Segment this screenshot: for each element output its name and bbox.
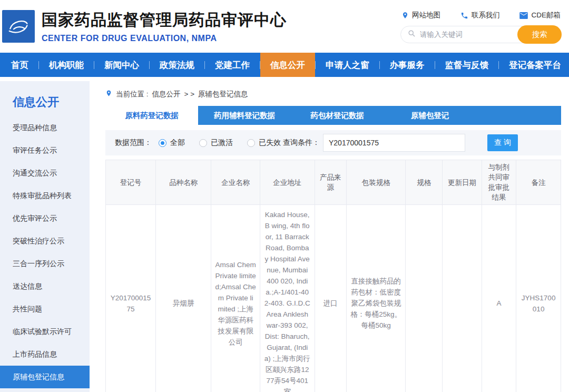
breadcrumb-separator: > >: [184, 90, 195, 98]
query-label: 查询条件：: [283, 138, 320, 148]
tab-api-registration[interactable]: 原料药登记数据: [105, 106, 198, 125]
phone-icon: [460, 12, 468, 19]
cde-logo-icon: [2, 10, 35, 43]
nav-item-news-center[interactable]: 新闻中心: [94, 53, 149, 77]
content: 当前位置 : 信息公开 > > 原辅包登记信息 原料药登记数据 药用辅料登记数据…: [90, 81, 569, 392]
radio-activated-label: 已激活: [211, 138, 233, 148]
table-header-row: 登记号 品种名称 企业名称 企业地址 产品来源 包装规格 规格 更新日期 与制剂…: [106, 160, 561, 205]
col-update-date: 更新日期: [443, 160, 482, 205]
col-joint-review-result: 与制剂共同审批审批结果: [482, 160, 516, 205]
main-nav: 首页 机构职能 新闻中心 政策法规 党建工作 信息公开 申请人之窗 办事服务 监…: [0, 53, 569, 77]
site-title: 国家药品监督管理局药品审评中心: [42, 9, 287, 31]
sitemap-link-label: 网站地图: [412, 11, 440, 20]
cell-variety-name: 异烟肼: [156, 205, 211, 392]
location-pin-icon: [105, 89, 112, 99]
sidebar-item-marketed-drugs[interactable]: 上市药品信息: [0, 343, 90, 366]
radio-selected-icon: [159, 139, 166, 147]
sidebar-item-special-approval-list[interactable]: 特殊审批品种列表: [0, 184, 90, 207]
search-button[interactable]: 搜索: [517, 25, 562, 44]
brand: 国家药品监督管理局药品审评中心 CENTER FOR DRUG EVALUATI…: [2, 9, 287, 43]
breadcrumb-section[interactable]: 信息公开: [152, 90, 181, 99]
sidebar-item-three-in-one[interactable]: 三合一序列公示: [0, 252, 90, 275]
nav-item-functions[interactable]: 机构职能: [39, 53, 94, 77]
nav-item-home[interactable]: 首页: [1, 53, 38, 77]
radio-activated[interactable]: 已激活: [199, 138, 233, 148]
tab-packaging-registration[interactable]: 药包材登记数据: [291, 106, 384, 125]
nav-item-applicant-window[interactable]: 申请人之窗: [316, 53, 379, 77]
cell-spec: [406, 205, 443, 392]
sidebar-item-accepted-varieties[interactable]: 受理品种信息: [0, 116, 90, 139]
scope-radio-group: 全部 已激活 已失效: [159, 138, 281, 148]
cell-company-address: Kakad House, B wing, 4th floor, 11 Barra…: [260, 205, 315, 392]
radio-expired-label: 已失效: [259, 138, 281, 148]
table-row: Y20170001575 异烟肼 Amsal Chem Private limi…: [106, 205, 561, 392]
cell-registration-no: Y20170001575: [106, 205, 156, 392]
sidebar-item-delivery-info[interactable]: 送达信息: [0, 275, 90, 298]
col-spec: 规格: [406, 160, 443, 205]
radio-all-label: 全部: [170, 138, 185, 148]
col-company-name: 企业名称: [211, 160, 260, 205]
query-input[interactable]: [323, 134, 465, 152]
col-registration-no: 登记号: [106, 160, 156, 205]
col-company-address: 企业地址: [260, 160, 315, 205]
main-layout: 信息公开 受理品种信息 审评任务公示 沟通交流公示 特殊审批品种列表 优先审评公…: [0, 81, 569, 392]
breadcrumb-current[interactable]: 原辅包登记信息: [198, 90, 248, 99]
quick-links: 网站地图 联系我们 CDE邮箱: [400, 11, 562, 20]
breadcrumb: 当前位置 : 信息公开 > > 原辅包登记信息: [105, 89, 561, 99]
cde-mail-link[interactable]: CDE邮箱: [519, 11, 561, 20]
col-product-source: 产品来源: [315, 160, 346, 205]
tab-bar: 原料药登记数据 药用辅料登记数据 药包材登记数据 原辅包登记: [105, 106, 561, 125]
envelope-icon: [519, 12, 528, 19]
header-search: 搜索: [400, 26, 562, 43]
contact-link[interactable]: 联系我们: [460, 11, 500, 20]
tab-yuanfubao-registration[interactable]: 原辅包登记: [384, 106, 476, 125]
nav-item-services[interactable]: 办事服务: [380, 53, 435, 77]
search-icon: [408, 30, 416, 40]
tab-excipient-registration[interactable]: 药用辅料登记数据: [198, 106, 291, 125]
header-right: 网站地图 联系我们 CDE邮箱 搜索: [400, 11, 562, 43]
cde-mail-link-label: CDE邮箱: [531, 11, 561, 20]
col-remarks: 备注: [516, 160, 561, 205]
query-button[interactable]: 查 询: [487, 134, 518, 151]
filter-bar: 数据范围： 全部 已激活 已失效 查询条件： 查 询: [105, 130, 561, 155]
nav-item-policies[interactable]: 政策法规: [150, 53, 204, 77]
nav-item-info-disclosure[interactable]: 信息公开: [260, 53, 315, 77]
radio-unselected-icon: [247, 139, 255, 147]
sidebar-item-clinical-trial-license[interactable]: 临床试验默示许可: [0, 320, 90, 343]
cell-product-source: 进口: [315, 205, 346, 392]
radio-unselected-icon: [199, 139, 207, 147]
sidebar-item-breakthrough-therapy[interactable]: 突破性治疗公示: [0, 230, 90, 252]
registration-table: 登记号 品种名称 企业名称 企业地址 产品来源 包装规格 规格 更新日期 与制剂…: [105, 160, 561, 392]
scope-label: 数据范围：: [115, 138, 152, 148]
sidebar: 信息公开 受理品种信息 审评任务公示 沟通交流公示 特殊审批品种列表 优先审评公…: [0, 81, 90, 392]
location-pin-icon: [401, 11, 409, 19]
nav-item-party-building[interactable]: 党建工作: [205, 53, 260, 77]
sidebar-item-priority-review[interactable]: 优先审评公示: [0, 207, 90, 230]
sidebar-item-yuanfubao-registration[interactable]: 原辅包登记信息: [0, 366, 90, 388]
sitemap-link[interactable]: 网站地图: [401, 11, 440, 20]
site-header: 国家药品监督管理局药品审评中心 CENTER FOR DRUG EVALUATI…: [0, 0, 569, 53]
breadcrumb-prefix: 当前位置 :: [116, 90, 149, 99]
radio-expired[interactable]: 已失效: [247, 138, 281, 148]
cell-packaging-spec: 直接接触药品的药包材：低密度聚乙烯袋包装规格：每桶25kg。每桶50kg: [347, 205, 406, 392]
sidebar-title: 信息公开: [0, 81, 90, 116]
site-subtitle: CENTER FOR DRUG EVALUATION, NMPA: [42, 34, 287, 43]
cell-company-name: Amsal Chem Private limited;Amsal Chem Pr…: [211, 205, 260, 392]
contact-link-label: 联系我们: [472, 11, 500, 20]
cell-joint-review-result: A: [482, 205, 516, 392]
sidebar-item-common-issues[interactable]: 共性问题: [0, 298, 90, 320]
radio-all[interactable]: 全部: [159, 138, 185, 148]
nav-item-supervision-feedback[interactable]: 监督与反馈: [435, 53, 499, 77]
nav-item-registration-platform[interactable]: 登记备案平台: [499, 53, 569, 77]
col-variety-name: 品种名称: [156, 160, 211, 205]
search-input[interactable]: [416, 31, 517, 38]
cell-update-date: [443, 205, 482, 392]
cell-remarks: JYHS1700010: [516, 205, 561, 392]
sidebar-item-communication[interactable]: 沟通交流公示: [0, 162, 90, 184]
sidebar-item-review-tasks[interactable]: 审评任务公示: [0, 139, 90, 162]
brand-text: 国家药品监督管理局药品审评中心 CENTER FOR DRUG EVALUATI…: [42, 9, 287, 43]
col-packaging-spec: 包装规格: [347, 160, 406, 205]
